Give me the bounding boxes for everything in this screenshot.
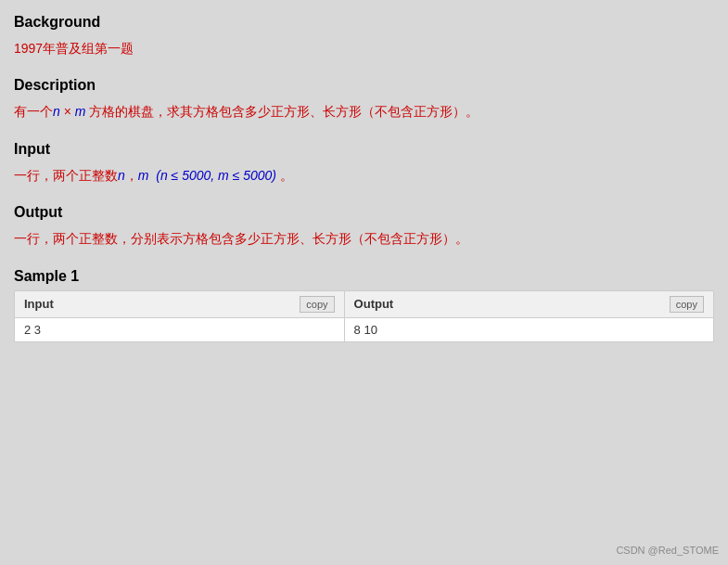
sample-output-value: 8 10: [344, 317, 713, 341]
description-title: Description: [14, 77, 714, 94]
sample-table-header-row: Input copy Output copy: [15, 290, 714, 317]
input-section: Input 一行，两个正整数n，m (n ≤ 5000, m ≤ 5000) 。: [14, 141, 714, 186]
sample-title: Sample 1: [14, 268, 714, 285]
sample-table-row: 2 3 8 10: [15, 317, 714, 341]
input-math2: m: [138, 168, 149, 183]
output-title: Output: [14, 204, 714, 221]
background-title: Background: [14, 14, 714, 31]
output-copy-button[interactable]: copy: [670, 296, 704, 313]
desc-math2: m: [75, 104, 86, 119]
sample-section: Sample 1 Input copy Output copy: [14, 268, 714, 342]
output-text: 一行，两个正整数，分别表示方格包含多少正方形、长方形（不包含正方形）。: [14, 231, 468, 246]
input-copy-button[interactable]: copy: [300, 296, 334, 313]
input-column-header: Input copy: [15, 290, 345, 317]
background-link[interactable]: 1997年普及组第一题: [14, 41, 134, 56]
background-section: Background 1997年普及组第一题: [14, 14, 714, 58]
input-header-label: Input: [24, 297, 54, 311]
input-cond: (n ≤ 5000, m ≤ 5000): [156, 168, 276, 183]
sample-input-value: 2 3: [15, 317, 345, 341]
input-prefix: 一行，两个正整数: [14, 168, 118, 183]
desc-suffix: 方格的棋盘，求其方格包含多少正方形、长方形（不包含正方形）。: [85, 104, 479, 119]
input-math1: n: [118, 168, 125, 183]
output-header-label: Output: [354, 297, 394, 311]
background-content: 1997年普及组第一题: [14, 38, 714, 58]
output-content: 一行，两个正整数，分别表示方格包含多少正方形、长方形（不包含正方形）。: [14, 228, 714, 249]
input-suffix: 。: [276, 168, 293, 183]
description-content: 有一个n × m 方格的棋盘，求其方格包含多少正方形、长方形（不包含正方形）。: [14, 101, 714, 122]
input-content: 一行，两个正整数n，m (n ≤ 5000, m ≤ 5000) 。: [14, 165, 714, 186]
output-section: Output 一行，两个正整数，分别表示方格包含多少正方形、长方形（不包含正方形…: [14, 204, 714, 249]
description-section: Description 有一个n × m 方格的棋盘，求其方格包含多少正方形、长…: [14, 77, 714, 122]
input-comma: ，: [125, 168, 138, 183]
watermark: CSDN @Red_STOME: [616, 545, 719, 556]
output-column-header: Output copy: [344, 290, 713, 317]
desc-cross: ×: [60, 104, 75, 119]
desc-prefix: 有一个: [14, 104, 53, 119]
sample-table: Input copy Output copy 2 3 8 10: [14, 290, 714, 342]
desc-math1: n: [53, 104, 60, 119]
input-title: Input: [14, 141, 714, 158]
